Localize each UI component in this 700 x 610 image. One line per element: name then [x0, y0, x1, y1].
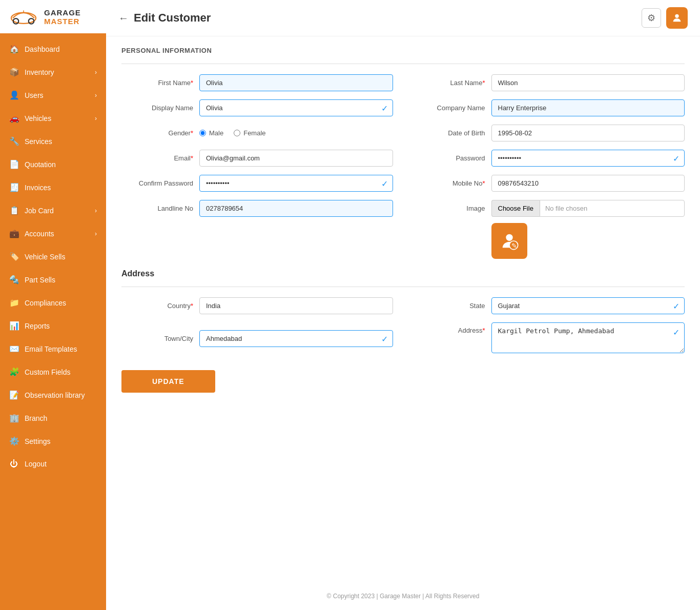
sidebar-item-invoices[interactable]: 🧾 Invoices — [0, 176, 106, 199]
sidebar-label-part-sells: Part Sells — [25, 276, 55, 284]
services-icon: 🔧 — [9, 136, 18, 146]
sidebar-label-services: Services — [25, 137, 52, 146]
gender-female-radio[interactable] — [234, 130, 240, 136]
quotation-icon: 📄 — [9, 159, 18, 169]
sidebar-item-services[interactable]: 🔧 Services — [0, 130, 106, 153]
sidebar-item-settings[interactable]: ⚙️ Settings — [0, 430, 106, 453]
sidebar-label-quotation: Quotation — [25, 160, 56, 169]
user-avatar-icon — [671, 12, 683, 24]
address-row: Address* ✓ — [414, 322, 685, 355]
sidebar-label-branch: Branch — [25, 414, 47, 422]
confirm-password-row: Confirm Password ✓ — [121, 175, 393, 192]
state-label: State — [414, 302, 485, 310]
custom-fields-icon: 🧩 — [9, 367, 18, 377]
state-input[interactable] — [491, 297, 685, 314]
email-row: Email* — [121, 150, 393, 167]
sidebar-item-compliances[interactable]: 📁 Compliances — [0, 291, 106, 314]
town-check: ✓ — [381, 334, 388, 343]
sidebar-nav: 🏠 Dashboard 📦 Inventory › 👤 Users › 🚗 Ve… — [0, 33, 106, 475]
vehicles-icon: 🚗 — [9, 113, 18, 123]
first-name-input[interactable] — [199, 74, 393, 91]
gender-label: Gender* — [121, 129, 193, 137]
sidebar-label-compliances: Compliances — [25, 299, 66, 307]
logout-icon: ⏻ — [9, 459, 18, 469]
mobile-row: Mobile No* — [414, 175, 685, 192]
landline-row: Landline No — [121, 200, 393, 217]
town-input[interactable] — [199, 330, 393, 347]
vehicle-sells-icon: 🏷️ — [9, 252, 18, 261]
gender-male-label: Male — [209, 129, 223, 137]
sidebar-label-custom-fields: Custom Fields — [25, 368, 70, 376]
display-name-check: ✓ — [381, 103, 388, 113]
inventory-icon: 📦 — [9, 67, 18, 77]
svg-point-4 — [675, 14, 678, 18]
landline-input[interactable] — [199, 200, 393, 217]
sidebar-item-quotation[interactable]: 📄 Quotation — [0, 153, 106, 176]
address-input[interactable] — [491, 322, 685, 353]
password-check: ✓ — [673, 153, 680, 163]
last-name-input[interactable] — [491, 74, 685, 91]
sidebar-item-observation-library[interactable]: 📝 Observation library — [0, 383, 106, 406]
sidebar-item-vehicles[interactable]: 🚗 Vehicles › — [0, 107, 106, 130]
sidebar-item-dashboard[interactable]: 🏠 Dashboard — [0, 37, 106, 60]
sidebar-item-custom-fields[interactable]: 🧩 Custom Fields — [0, 360, 106, 383]
display-name-label: Display Name — [121, 104, 193, 112]
sidebar-item-inventory[interactable]: 📦 Inventory › — [0, 60, 106, 84]
sidebar-item-users[interactable]: 👤 Users › — [0, 84, 106, 107]
choose-file-button[interactable]: Choose File — [491, 200, 540, 217]
avatar-preview-icon: ✎ — [499, 231, 520, 251]
dob-input[interactable] — [491, 125, 685, 141]
settings-icon: ⚙️ — [9, 436, 18, 446]
sidebar-item-logout[interactable]: ⏻ Logout — [0, 453, 106, 475]
branch-icon: 🏢 — [9, 413, 18, 423]
user-avatar-button[interactable] — [666, 7, 688, 29]
gender-male-radio[interactable] — [199, 130, 206, 136]
page-title-area: ← Edit Customer — [118, 11, 211, 25]
display-name-row: Display Name ✓ — [121, 99, 393, 116]
sidebar-label-dashboard: Dashboard — [25, 45, 60, 53]
page-title: Edit Customer — [134, 11, 211, 25]
observation-library-icon: 📝 — [9, 390, 18, 400]
confirm-password-input[interactable] — [199, 175, 393, 192]
inventory-arrow: › — [95, 69, 97, 76]
sidebar-label-inventory: Inventory — [25, 68, 54, 76]
sidebar-item-jobcard[interactable]: 📋 Job Card › — [0, 199, 106, 222]
settings-button[interactable]: ⚙ — [642, 8, 661, 28]
confirm-password-check: ✓ — [381, 178, 388, 188]
back-arrow[interactable]: ← — [118, 12, 129, 24]
svg-text:✎: ✎ — [511, 242, 517, 250]
sidebar-item-part-sells[interactable]: 🔩 Part Sells — [0, 268, 106, 291]
display-name-input[interactable] — [199, 99, 393, 116]
logo-icon — [8, 7, 39, 27]
country-input[interactable] — [199, 297, 393, 314]
invoices-icon: 🧾 — [9, 182, 18, 192]
address-section: Address Country* State ✓ — [121, 269, 685, 355]
sidebar-item-branch[interactable]: 🏢 Branch — [0, 406, 106, 430]
accounts-arrow: › — [95, 230, 97, 237]
personal-info-title: PERSONAL INFORMATION — [121, 47, 685, 54]
sidebar-item-email-templates[interactable]: ✉️ Email Templates — [0, 337, 106, 360]
sidebar-item-vehicle-sells[interactable]: 🏷️ Vehicle Sells — [0, 245, 106, 268]
sidebar-item-accounts[interactable]: 💼 Accounts › — [0, 222, 106, 245]
sidebar-label-observation-library: Observation library — [25, 391, 85, 399]
part-sells-icon: 🔩 — [9, 275, 18, 284]
mobile-label: Mobile No* — [414, 179, 485, 187]
gender-male-option[interactable]: Male — [199, 129, 223, 137]
update-button[interactable]: UPDATE — [121, 370, 215, 393]
sidebar-label-email-templates: Email Templates — [25, 345, 77, 353]
jobcard-arrow: › — [95, 207, 97, 214]
company-name-input[interactable] — [491, 99, 685, 116]
mobile-input[interactable] — [491, 175, 685, 192]
first-name-label: First Name* — [121, 79, 193, 87]
email-input[interactable] — [199, 150, 393, 167]
image-row: Image Choose File No file chosen — [414, 200, 685, 259]
gender-female-option[interactable]: Female — [234, 129, 265, 137]
email-label: Email* — [121, 154, 193, 162]
sidebar: GARAGE MASTER 🏠 Dashboard 📦 Inventory › … — [0, 0, 106, 610]
password-input[interactable] — [491, 150, 685, 167]
town-label: Town/City — [121, 335, 193, 342]
logo-garage: GARAGE — [44, 8, 81, 17]
image-preview: ✎ — [491, 223, 527, 259]
address-label: Address* — [414, 322, 485, 334]
sidebar-item-reports[interactable]: 📊 Reports — [0, 314, 106, 337]
